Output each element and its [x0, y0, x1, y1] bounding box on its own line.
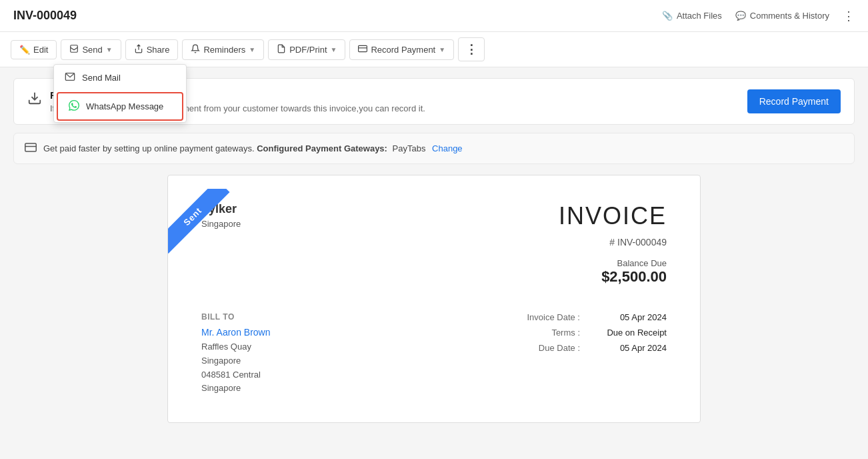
- configured-label: Configured Payment Gateways:: [257, 143, 387, 153]
- terms-value: Due on Receipt: [600, 328, 667, 338]
- mail-icon: [65, 71, 75, 84]
- send-mail-option[interactable]: Send Mail: [54, 65, 186, 91]
- record-payment-toolbar-button[interactable]: Record Payment ▼: [349, 39, 454, 60]
- reminders-caret-icon: ▼: [249, 46, 255, 53]
- address-line2: Singapore: [201, 354, 271, 368]
- change-link[interactable]: Change: [432, 143, 463, 153]
- reminders-button[interactable]: Reminders ▼: [182, 39, 264, 60]
- balance-due-amount: $2,500.00: [559, 268, 667, 286]
- paperclip-icon: 📎: [662, 11, 673, 21]
- svg-rect-2: [359, 45, 367, 51]
- top-bar-right: 📎 Attach Files 💬 Comments & History ⋮: [662, 9, 855, 23]
- edit-button[interactable]: ✏️ Edit: [11, 40, 57, 59]
- invoice-document: Sent Zylker Singapore INVOICE # INV-0000…: [167, 175, 701, 423]
- address-line3: 048581 Central: [201, 368, 271, 382]
- bill-section: Bill To Mr. Aaron Brown Raffles Quay Sin…: [201, 312, 667, 396]
- invoice-date-label: Invoice Date :: [527, 312, 581, 322]
- share-button[interactable]: Share: [125, 39, 179, 60]
- comment-icon: 💬: [735, 11, 746, 21]
- share-icon: [134, 44, 143, 55]
- record-payment-caret-icon: ▼: [439, 46, 445, 53]
- comments-history-button[interactable]: 💬 Comments & History: [735, 11, 829, 21]
- company-city: Singapore: [201, 219, 241, 229]
- invoice-dates: Invoice Date : 05 Apr 2024 Terms : Due o…: [527, 312, 667, 396]
- due-date-row: Due Date : 05 Apr 2024: [527, 343, 667, 353]
- pdf-caret-icon: ▼: [331, 46, 337, 53]
- pdf-print-button[interactable]: PDF/Print ▼: [268, 39, 345, 60]
- customer-name[interactable]: Mr. Aaron Brown: [201, 327, 271, 338]
- top-bar: INV-000049 📎 Attach Files 💬 Comments & H…: [0, 0, 868, 32]
- top-bar-left: INV-000049: [13, 9, 77, 23]
- reminders-icon: [191, 44, 200, 55]
- download-icon: [27, 91, 42, 109]
- record-payment-button[interactable]: Record Payment: [747, 89, 841, 113]
- balance-due-label: Balance Due: [559, 258, 667, 268]
- edit-icon: ✏️: [19, 45, 30, 55]
- invoice-header: Zylker Singapore INVOICE # INV-000049 Ba…: [201, 202, 667, 286]
- bill-to: Bill To Mr. Aaron Brown Raffles Quay Sin…: [201, 312, 271, 396]
- more-options-icon[interactable]: ⋮: [843, 9, 855, 23]
- gateway-name: PayTabs: [393, 143, 426, 153]
- invoice-number: # INV-000049: [559, 237, 667, 248]
- gateway-text: Get paid faster by setting up online pay…: [43, 143, 463, 153]
- payment-icon: [358, 44, 367, 55]
- invoice-id: INV-000049: [13, 9, 77, 23]
- bill-to-label: Bill To: [201, 312, 271, 322]
- due-date-label: Due Date :: [539, 343, 580, 353]
- terms-label: Terms :: [551, 328, 580, 338]
- more-actions-button[interactable]: ⋮: [458, 37, 485, 61]
- invoice-title: INVOICE: [559, 202, 667, 230]
- invoice-date-row: Invoice Date : 05 Apr 2024: [527, 312, 667, 322]
- send-icon: [69, 44, 79, 55]
- whatsapp-message-option[interactable]: WhatsApp Message: [57, 92, 183, 121]
- attach-files-button[interactable]: 📎 Attach Files: [662, 11, 722, 21]
- gateway-notice: Get paid faster by setting up online pay…: [13, 133, 855, 164]
- card-icon: [25, 141, 37, 155]
- invoice-title-block: INVOICE # INV-000049 Balance Due $2,500.…: [559, 202, 667, 286]
- send-dropdown-menu: Send Mail WhatsApp Message: [53, 64, 187, 123]
- toolbar: ✏️ Edit Send ▼ Send Mail WhatsApp Messag…: [0, 32, 868, 67]
- terms-row: Terms : Due on Receipt: [527, 328, 667, 338]
- address-line4: Singapore: [201, 382, 271, 396]
- address-line1: Raffles Quay: [201, 340, 271, 354]
- invoice-date-value: 05 Apr 2024: [600, 312, 667, 322]
- pdf-icon: [277, 44, 286, 55]
- send-caret-icon: ▼: [106, 46, 113, 53]
- whatsapp-icon: [69, 100, 79, 113]
- company-name: Zylker: [201, 202, 241, 216]
- due-date-value: 05 Apr 2024: [600, 343, 667, 353]
- send-button[interactable]: Send ▼: [61, 39, 121, 60]
- company-info: Zylker Singapore: [201, 202, 241, 229]
- svg-rect-4: [25, 143, 37, 151]
